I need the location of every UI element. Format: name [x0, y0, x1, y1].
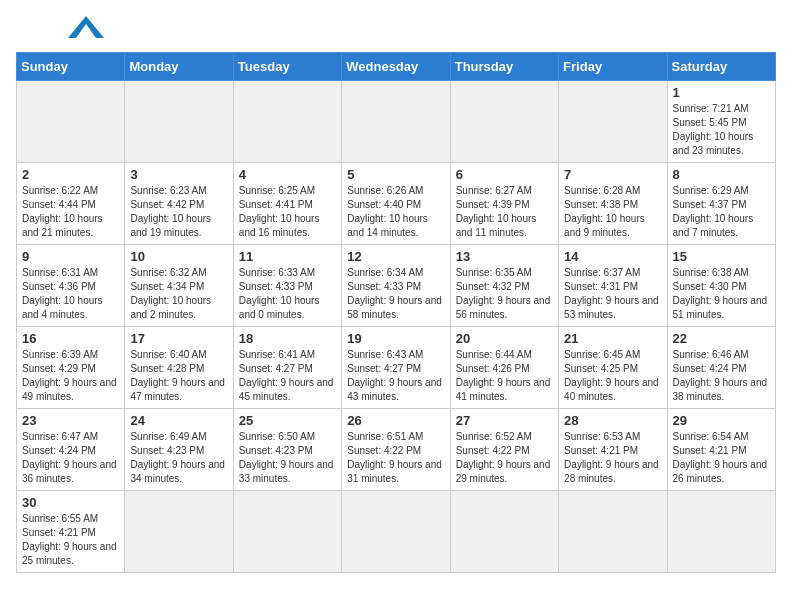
day-info: Sunrise: 6:27 AM Sunset: 4:39 PM Dayligh… — [456, 184, 553, 240]
header-day-sunday: Sunday — [17, 53, 125, 81]
header-day-wednesday: Wednesday — [342, 53, 450, 81]
day-info: Sunrise: 6:28 AM Sunset: 4:38 PM Dayligh… — [564, 184, 661, 240]
calendar-cell — [125, 81, 233, 163]
day-number: 8 — [673, 167, 770, 182]
day-number: 28 — [564, 413, 661, 428]
calendar-table: SundayMondayTuesdayWednesdayThursdayFrid… — [16, 52, 776, 573]
day-info: Sunrise: 6:23 AM Sunset: 4:42 PM Dayligh… — [130, 184, 227, 240]
calendar-cell: 28Sunrise: 6:53 AM Sunset: 4:21 PM Dayli… — [559, 409, 667, 491]
day-number: 5 — [347, 167, 444, 182]
day-number: 20 — [456, 331, 553, 346]
day-number: 6 — [456, 167, 553, 182]
calendar-cell: 2Sunrise: 6:22 AM Sunset: 4:44 PM Daylig… — [17, 163, 125, 245]
day-info: Sunrise: 6:33 AM Sunset: 4:33 PM Dayligh… — [239, 266, 336, 322]
day-number: 11 — [239, 249, 336, 264]
calendar-cell: 19Sunrise: 6:43 AM Sunset: 4:27 PM Dayli… — [342, 327, 450, 409]
calendar-cell: 3Sunrise: 6:23 AM Sunset: 4:42 PM Daylig… — [125, 163, 233, 245]
day-info: Sunrise: 6:47 AM Sunset: 4:24 PM Dayligh… — [22, 430, 119, 486]
calendar-cell: 13Sunrise: 6:35 AM Sunset: 4:32 PM Dayli… — [450, 245, 558, 327]
calendar-cell — [559, 81, 667, 163]
day-number: 16 — [22, 331, 119, 346]
day-number: 30 — [22, 495, 119, 510]
day-number: 10 — [130, 249, 227, 264]
day-info: Sunrise: 6:29 AM Sunset: 4:37 PM Dayligh… — [673, 184, 770, 240]
calendar-cell: 1Sunrise: 7:21 AM Sunset: 5:45 PM Daylig… — [667, 81, 775, 163]
day-info: Sunrise: 6:44 AM Sunset: 4:26 PM Dayligh… — [456, 348, 553, 404]
week-row-3: 16Sunrise: 6:39 AM Sunset: 4:29 PM Dayli… — [17, 327, 776, 409]
calendar-cell: 30Sunrise: 6:55 AM Sunset: 4:21 PM Dayli… — [17, 491, 125, 573]
calendar-cell — [667, 491, 775, 573]
day-info: Sunrise: 6:49 AM Sunset: 4:23 PM Dayligh… — [130, 430, 227, 486]
header-day-monday: Monday — [125, 53, 233, 81]
day-number: 2 — [22, 167, 119, 182]
day-number: 3 — [130, 167, 227, 182]
calendar-cell — [450, 81, 558, 163]
header-day-friday: Friday — [559, 53, 667, 81]
calendar-header: SundayMondayTuesdayWednesdayThursdayFrid… — [17, 53, 776, 81]
day-number: 9 — [22, 249, 119, 264]
day-info: Sunrise: 6:37 AM Sunset: 4:31 PM Dayligh… — [564, 266, 661, 322]
logo — [16, 16, 104, 42]
calendar-cell — [233, 81, 341, 163]
page-header — [16, 16, 776, 42]
day-number: 1 — [673, 85, 770, 100]
day-info: Sunrise: 6:34 AM Sunset: 4:33 PM Dayligh… — [347, 266, 444, 322]
day-number: 19 — [347, 331, 444, 346]
calendar-cell — [233, 491, 341, 573]
calendar-cell: 18Sunrise: 6:41 AM Sunset: 4:27 PM Dayli… — [233, 327, 341, 409]
day-info: Sunrise: 6:41 AM Sunset: 4:27 PM Dayligh… — [239, 348, 336, 404]
day-info: Sunrise: 6:45 AM Sunset: 4:25 PM Dayligh… — [564, 348, 661, 404]
day-number: 7 — [564, 167, 661, 182]
calendar-cell: 22Sunrise: 6:46 AM Sunset: 4:24 PM Dayli… — [667, 327, 775, 409]
day-info: Sunrise: 6:39 AM Sunset: 4:29 PM Dayligh… — [22, 348, 119, 404]
day-info: Sunrise: 6:52 AM Sunset: 4:22 PM Dayligh… — [456, 430, 553, 486]
calendar-cell: 26Sunrise: 6:51 AM Sunset: 4:22 PM Dayli… — [342, 409, 450, 491]
day-number: 14 — [564, 249, 661, 264]
day-info: Sunrise: 6:35 AM Sunset: 4:32 PM Dayligh… — [456, 266, 553, 322]
calendar-cell: 21Sunrise: 6:45 AM Sunset: 4:25 PM Dayli… — [559, 327, 667, 409]
week-row-5: 30Sunrise: 6:55 AM Sunset: 4:21 PM Dayli… — [17, 491, 776, 573]
week-row-0: 1Sunrise: 7:21 AM Sunset: 5:45 PM Daylig… — [17, 81, 776, 163]
week-row-4: 23Sunrise: 6:47 AM Sunset: 4:24 PM Dayli… — [17, 409, 776, 491]
calendar-cell: 20Sunrise: 6:44 AM Sunset: 4:26 PM Dayli… — [450, 327, 558, 409]
day-number: 26 — [347, 413, 444, 428]
calendar-body: 1Sunrise: 7:21 AM Sunset: 5:45 PM Daylig… — [17, 81, 776, 573]
day-number: 25 — [239, 413, 336, 428]
week-row-1: 2Sunrise: 6:22 AM Sunset: 4:44 PM Daylig… — [17, 163, 776, 245]
day-info: Sunrise: 7:21 AM Sunset: 5:45 PM Dayligh… — [673, 102, 770, 158]
calendar-cell: 7Sunrise: 6:28 AM Sunset: 4:38 PM Daylig… — [559, 163, 667, 245]
logo-triangle-icon — [68, 16, 104, 38]
day-number: 12 — [347, 249, 444, 264]
day-number: 24 — [130, 413, 227, 428]
calendar-cell: 27Sunrise: 6:52 AM Sunset: 4:22 PM Dayli… — [450, 409, 558, 491]
day-info: Sunrise: 6:26 AM Sunset: 4:40 PM Dayligh… — [347, 184, 444, 240]
calendar-cell — [17, 81, 125, 163]
calendar-cell: 24Sunrise: 6:49 AM Sunset: 4:23 PM Dayli… — [125, 409, 233, 491]
day-number: 4 — [239, 167, 336, 182]
calendar-cell: 23Sunrise: 6:47 AM Sunset: 4:24 PM Dayli… — [17, 409, 125, 491]
day-info: Sunrise: 6:25 AM Sunset: 4:41 PM Dayligh… — [239, 184, 336, 240]
day-info: Sunrise: 6:32 AM Sunset: 4:34 PM Dayligh… — [130, 266, 227, 322]
calendar-cell: 25Sunrise: 6:50 AM Sunset: 4:23 PM Dayli… — [233, 409, 341, 491]
day-info: Sunrise: 6:53 AM Sunset: 4:21 PM Dayligh… — [564, 430, 661, 486]
calendar-cell — [559, 491, 667, 573]
header-row: SundayMondayTuesdayWednesdayThursdayFrid… — [17, 53, 776, 81]
day-number: 23 — [22, 413, 119, 428]
day-number: 27 — [456, 413, 553, 428]
calendar-cell — [342, 81, 450, 163]
header-day-saturday: Saturday — [667, 53, 775, 81]
calendar-cell: 16Sunrise: 6:39 AM Sunset: 4:29 PM Dayli… — [17, 327, 125, 409]
calendar-cell: 9Sunrise: 6:31 AM Sunset: 4:36 PM Daylig… — [17, 245, 125, 327]
week-row-2: 9Sunrise: 6:31 AM Sunset: 4:36 PM Daylig… — [17, 245, 776, 327]
day-info: Sunrise: 6:40 AM Sunset: 4:28 PM Dayligh… — [130, 348, 227, 404]
calendar-cell: 8Sunrise: 6:29 AM Sunset: 4:37 PM Daylig… — [667, 163, 775, 245]
calendar-cell: 10Sunrise: 6:32 AM Sunset: 4:34 PM Dayli… — [125, 245, 233, 327]
calendar-cell — [450, 491, 558, 573]
day-number: 13 — [456, 249, 553, 264]
calendar-cell: 12Sunrise: 6:34 AM Sunset: 4:33 PM Dayli… — [342, 245, 450, 327]
day-info: Sunrise: 6:54 AM Sunset: 4:21 PM Dayligh… — [673, 430, 770, 486]
day-number: 17 — [130, 331, 227, 346]
day-info: Sunrise: 6:43 AM Sunset: 4:27 PM Dayligh… — [347, 348, 444, 404]
day-info: Sunrise: 6:31 AM Sunset: 4:36 PM Dayligh… — [22, 266, 119, 322]
calendar-cell: 15Sunrise: 6:38 AM Sunset: 4:30 PM Dayli… — [667, 245, 775, 327]
